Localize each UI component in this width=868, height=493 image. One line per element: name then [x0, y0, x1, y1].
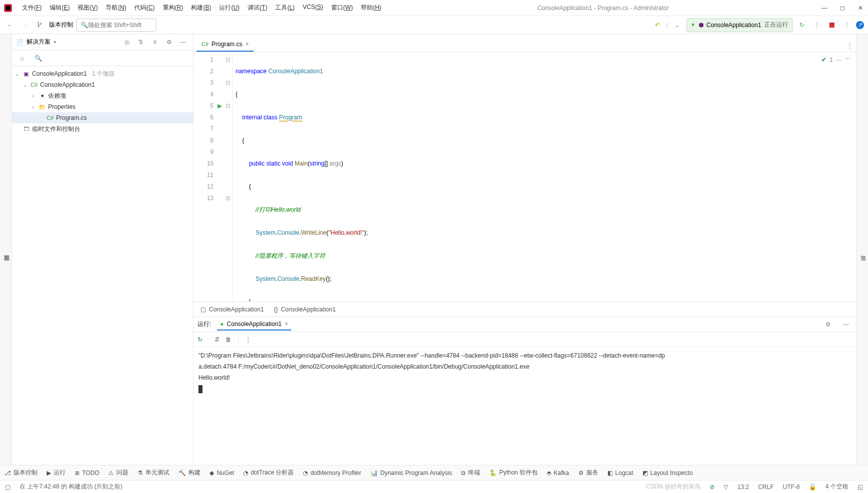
editor-tabs-more-icon[interactable]: ⋮	[844, 40, 856, 52]
stop-button[interactable]	[826, 19, 838, 31]
bottom-tool-14[interactable]: ◧Logcat	[607, 469, 633, 476]
run-tool-window: 运行: ● ConsoleApplication1 × ⚙ ― ↻ ⇵ 🗑 | …	[193, 316, 856, 465]
left-tool-db[interactable]: 数据库管理器	[2, 249, 12, 253]
readonly-icon[interactable]: 🔓	[809, 483, 816, 490]
menu-b[interactable]: 构建(B)	[187, 2, 215, 14]
close-button[interactable]: ✕	[857, 5, 864, 12]
status-icon[interactable]: ▢	[5, 483, 11, 490]
search-input[interactable]	[88, 22, 152, 29]
tree-file-program[interactable]: C# Program.cs	[12, 112, 193, 123]
hide-panel-icon[interactable]: ―	[840, 318, 852, 331]
layout-icon[interactable]: ⇵	[214, 336, 220, 343]
home-icon[interactable]: ⌂	[16, 52, 28, 64]
target-icon[interactable]: ◎	[121, 36, 133, 48]
console-output[interactable]: "D:\Program Files\Jetbrains\Rider\plugin…	[193, 347, 856, 465]
right-tool-notifications[interactable]: 通知	[858, 249, 868, 253]
bottom-tool-3[interactable]: ⚠问题	[108, 468, 128, 477]
more-options-icon[interactable]: ⋮	[841, 19, 853, 31]
editor-body[interactable]: ✔ 1 ︿ ﹀ 12345678910111213 ▶ ⊟ ⊟ ⊟ ⊞ name…	[193, 52, 856, 301]
breadcrumb-class[interactable]: {}ConsoleApplication1	[274, 306, 335, 313]
line-col[interactable]: 13:2	[737, 483, 749, 490]
tree-project[interactable]: ⌄ C# ConsoleApplication1	[12, 79, 193, 90]
line-sep[interactable]: CRLF	[758, 483, 774, 490]
update-available-icon[interactable]: ↗	[856, 21, 864, 29]
bottom-tool-6[interactable]: ◆NuGet	[209, 469, 234, 476]
chevron-down-icon[interactable]: ⌄	[14, 71, 20, 77]
solution-dropdown-icon[interactable]: ▾	[54, 39, 56, 45]
run-configuration[interactable]: ▼ ⬢ ConsoleApplication1 正在运行	[686, 18, 793, 32]
search-icon[interactable]: 🔍	[32, 52, 44, 64]
collapse-icon[interactable]: ≡	[149, 36, 161, 48]
csharp-file-icon: C#	[46, 114, 54, 122]
chevron-right-icon[interactable]: ›	[30, 104, 36, 110]
more-icon[interactable]: ⋮	[245, 336, 251, 343]
bottom-tool-0[interactable]: ⎇版本控制	[4, 468, 38, 477]
nav-forward-button[interactable]: →	[19, 19, 31, 31]
rerun-button[interactable]: ↻	[197, 336, 202, 343]
inspection-widget[interactable]: ✔ 1 ︿ ﹀	[821, 55, 851, 64]
bottom-tool-1[interactable]: ▶运行	[47, 468, 66, 477]
tree-dependencies[interactable]: › ⚭ 依赖项	[12, 90, 193, 101]
solution-title[interactable]: 解决方案	[27, 38, 51, 46]
tree-properties[interactable]: › 📁 Properties	[12, 101, 193, 112]
tree-solution-root[interactable]: ⌄ ▣ ConsoleApplication1 · 1 个项目	[12, 68, 193, 79]
vcs-branch-icon[interactable]	[34, 19, 46, 31]
close-tab-button[interactable]: ×	[285, 320, 288, 327]
menu-r[interactable]: 重构(R)	[159, 2, 187, 14]
next-problem-icon[interactable]: ﹀	[845, 55, 851, 64]
menu-w[interactable]: 窗口(W)	[327, 2, 357, 14]
bottom-tool-12[interactable]: ⬘Kafka	[547, 469, 569, 476]
rerun-button[interactable]: ↻	[796, 19, 808, 31]
bottom-tool-8[interactable]: ◔dotMemory Profiler	[303, 469, 361, 476]
bottom-tool-5[interactable]: 🔨构建	[178, 468, 200, 477]
menu-f[interactable]: 文件(F)	[18, 2, 46, 14]
menu-u[interactable]: 运行(U)	[215, 2, 244, 14]
editor-tab-program[interactable]: C# Program.cs ×	[196, 38, 254, 52]
minimize-button[interactable]: ―	[821, 5, 828, 12]
gear-icon[interactable]: ⚙	[822, 318, 834, 331]
bottom-tool-9[interactable]: 📊Dynamic Program Analysis	[370, 469, 452, 476]
maximize-button[interactable]: ◻	[839, 5, 846, 12]
indent[interactable]: 4 个空格	[825, 482, 848, 491]
hide-panel-icon[interactable]: ―	[177, 36, 189, 48]
mem-icon[interactable]: ◱	[857, 483, 863, 490]
run-panel-tab[interactable]: ● ConsoleApplication1 ×	[217, 318, 291, 331]
chevron-down-icon[interactable]: ⌄	[22, 82, 28, 88]
menu-l[interactable]: 工具(L)	[271, 2, 299, 14]
bottom-tool-10[interactable]: ⧉终端	[461, 468, 480, 477]
gear-icon[interactable]: ⚙	[163, 36, 175, 48]
run-gutter-icon[interactable]: ▶	[218, 102, 222, 109]
nav-back-button[interactable]: ←	[4, 19, 16, 31]
menu-s[interactable]: VCS(S)	[299, 2, 327, 14]
bottom-tool-13[interactable]: ⚙服务	[578, 468, 598, 477]
breadcrumb-namespace[interactable]: ▢ConsoleApplication1	[200, 306, 264, 313]
power-save-icon[interactable]: ▽	[724, 483, 728, 490]
bottom-tool-11[interactable]: 🐍Python 软件包	[489, 468, 538, 477]
chevron-right-icon[interactable]: ›	[30, 93, 36, 99]
sort-icon[interactable]: ⇅	[135, 36, 147, 48]
menu-c[interactable]: 代码(C)	[130, 2, 159, 14]
bottom-tool-15[interactable]: ◩Layout Inspecto	[642, 469, 693, 476]
bottom-tool-4[interactable]: ⚗单元测试	[137, 468, 169, 477]
menu-v[interactable]: 视图(V)	[74, 2, 102, 14]
menu-h[interactable]: 帮助(H)	[357, 2, 385, 14]
analysis-ok-icon[interactable]: ⊘	[710, 483, 715, 490]
tool-icon: ⬘	[547, 469, 551, 476]
code-editor[interactable]: namespace ConsoleApplication1 { internal…	[233, 52, 856, 301]
search-everywhere[interactable]: 🔍	[76, 19, 156, 32]
menu-n[interactable]: 导航(N)	[102, 2, 130, 14]
more-run-icon[interactable]: ⋮	[811, 19, 823, 31]
menu-e[interactable]: 编辑(E)	[46, 2, 74, 14]
bottom-tool-2[interactable]: ≣TODO	[75, 469, 99, 476]
trash-icon[interactable]: 🗑	[226, 336, 232, 343]
menu-t[interactable]: 调试(T)	[244, 2, 271, 14]
vcs-label[interactable]: 版本控制	[49, 21, 73, 29]
bottom-tool-7[interactable]: ◔dotTrace 分析器	[243, 468, 294, 477]
close-tab-button[interactable]: ×	[245, 41, 249, 48]
encoding[interactable]: UTF-8	[783, 483, 800, 490]
run-tab-label: ConsoleApplication1	[227, 320, 282, 327]
dropdown-chevron-icon[interactable]: ⌄	[671, 19, 683, 31]
tree-scratches[interactable]: 🗔 临时文件和控制台	[12, 123, 193, 134]
undo-arrow-icon[interactable]: ↶	[652, 19, 664, 31]
prev-problem-icon[interactable]: ︿	[836, 55, 842, 64]
